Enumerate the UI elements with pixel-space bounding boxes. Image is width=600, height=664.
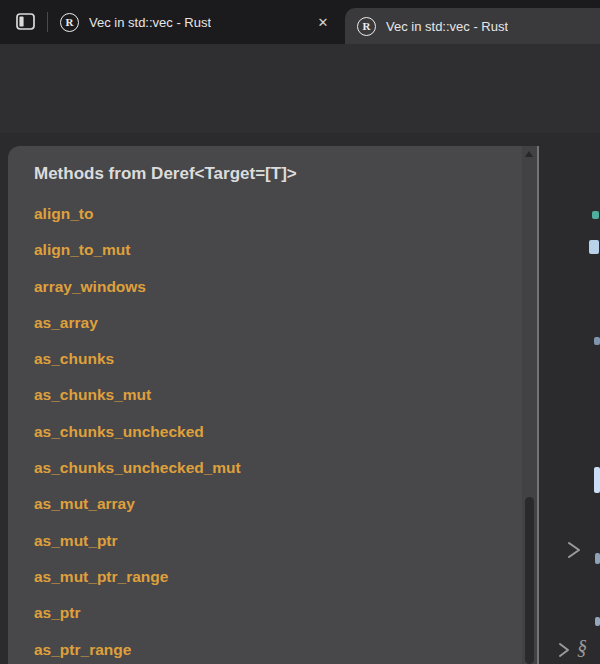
tab-search-panel-button[interactable] (11, 9, 39, 37)
method-link-as_ptr[interactable]: as_ptr (34, 595, 241, 631)
collapse-chevron-icon[interactable] (558, 642, 571, 662)
scrollbar-up-arrow-icon[interactable] (525, 151, 533, 157)
browser-tab-inactive[interactable]: R Vec in std::vec - Rust ✕ (50, 0, 342, 44)
scrollbar-thumb[interactable] (525, 497, 534, 664)
rustdoc-sidebar: Methods from Deref<Target=[T]> align_to … (8, 146, 539, 664)
tab-title: Vec in std::vec - Rust (386, 19, 508, 34)
method-link-as_ptr_range[interactable]: as_ptr_range (34, 632, 241, 664)
method-link-as_array[interactable]: as_array (34, 305, 241, 341)
method-link-as_chunks_unchecked_mut[interactable]: as_chunks_unchecked_mut (34, 450, 241, 486)
method-link-array_windows[interactable]: array_windows (34, 269, 241, 305)
tab-title: Vec in std::vec - Rust (89, 15, 211, 30)
tab-strip: R Vec in std::vec - Rust ✕ R Vec in std:… (0, 0, 600, 44)
method-link-as_mut_ptr[interactable]: as_mut_ptr (34, 523, 241, 559)
method-link-as_chunks_unchecked[interactable]: as_chunks_unchecked (34, 414, 241, 450)
section-anchor-link[interactable]: § (577, 636, 587, 659)
method-link-as_chunks_mut[interactable]: as_chunks_mut (34, 377, 241, 413)
bookmarks-bar: My repos ChatGPT (0, 100, 600, 133)
method-link-align_to_mut[interactable]: align_to_mut (34, 232, 241, 268)
sidebar-scrollbar[interactable] (522, 146, 537, 664)
collapse-chevron-icon[interactable] (567, 541, 582, 563)
method-link-as_mut_ptr_range[interactable]: as_mut_ptr_range (34, 559, 241, 595)
rust-logo-icon: R (357, 17, 376, 36)
side-panel-icon (15, 11, 36, 36)
clipped-text-fragment (595, 617, 600, 626)
method-link-as_chunks[interactable]: as_chunks (34, 341, 241, 377)
method-link-list: align_to align_to_mut array_windows as_a… (34, 196, 241, 664)
clipped-text-fragment (589, 240, 599, 254)
method-link-as_mut_array[interactable]: as_mut_array (34, 486, 241, 522)
tab-close-icon[interactable]: ✕ (312, 11, 334, 33)
clipped-text-fragment (592, 211, 599, 219)
page-content: Methods from Deref<Target=[T]> align_to … (0, 133, 600, 664)
rust-logo-icon: R (60, 13, 79, 32)
browser-toolbar: https://doc.rust-lang.org/std/vec/struct… (0, 44, 600, 100)
browser-tab-active[interactable]: R Vec in std::vec - Rust (345, 8, 600, 44)
clipped-text-fragment (595, 553, 600, 564)
clipped-text-fragment (594, 467, 600, 493)
clipped-text-fragment (594, 337, 600, 345)
sidebar-section-heading: Methods from Deref<Target=[T]> (34, 164, 297, 184)
method-link-align_to[interactable]: align_to (34, 196, 241, 232)
tab-separator (47, 12, 48, 32)
